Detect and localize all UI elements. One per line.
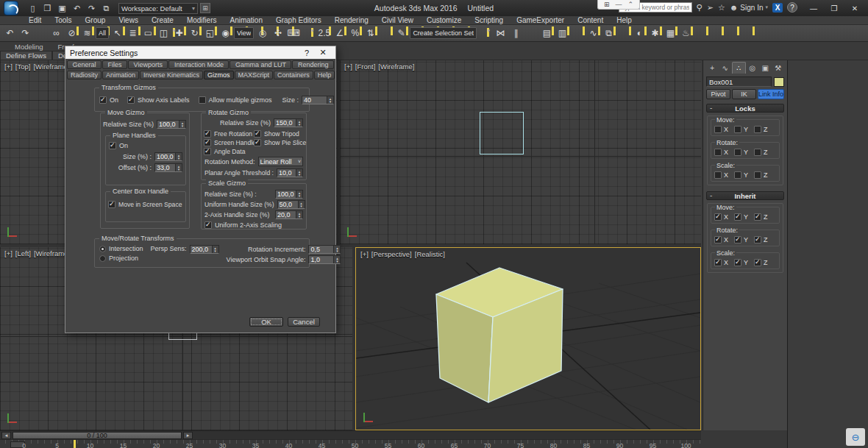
allow-multiple-gizmos-checkbox-row[interactable]: Allow multiple gizmos [199, 96, 272, 104]
axis-checkbox[interactable]: Z [754, 171, 768, 179]
spinner[interactable]: ▴▾ [327, 96, 333, 104]
toolbar-button[interactable]: ↻ [188, 26, 202, 40]
toolbar-button[interactable]: ◎ [255, 26, 269, 40]
checkbox[interactable] [204, 139, 211, 146]
dialog-tab[interactable]: Files [102, 60, 127, 69]
checkbox[interactable] [714, 213, 722, 221]
dialog-tab[interactable]: Radiosity [67, 71, 102, 79]
persp-sens-field[interactable]: 200,0▴▾ [190, 245, 219, 254]
checkbox[interactable] [754, 213, 761, 221]
define-flows-button[interactable]: Define Flows [0, 51, 52, 60]
checkbox[interactable] [714, 126, 722, 133]
toolbar-button[interactable]: ∥ [509, 26, 523, 40]
viewport-front[interactable]: [+] [Front] [Wireframe] [340, 60, 701, 244]
toolbar-button[interactable]: ◐ [633, 26, 647, 40]
radio-button[interactable] [99, 255, 106, 262]
checkbox[interactable] [714, 149, 722, 156]
axis-checkbox[interactable]: Y [734, 236, 748, 243]
toolbar-button[interactable]: ∞ [49, 26, 63, 40]
toolbar-button[interactable]: View ▾ [234, 27, 254, 39]
uniform-2-axis-scaling-checkbox-row[interactable]: Uniform 2-Axis Scaling [204, 221, 282, 229]
checkbox[interactable] [109, 142, 116, 149]
viewport-menu-plus[interactable]: [+] [344, 63, 352, 71]
dialog-tab[interactable]: Gamma and LUT [230, 60, 291, 69]
viewport-name[interactable]: [Perspective] [371, 250, 412, 258]
toolbar-button[interactable] [524, 26, 538, 40]
toolbar-button[interactable]: ◉ [218, 26, 232, 40]
quick-access-button[interactable]: ↶ [71, 2, 83, 14]
command-panel-tab[interactable]: + [706, 62, 719, 74]
checkbox[interactable] [127, 96, 135, 104]
rotate-option-checkbox-row[interactable]: Show Tripod [254, 130, 304, 138]
checkbox[interactable] [204, 221, 212, 229]
object-name-field[interactable]: Box001 [706, 77, 772, 87]
toolbar-button[interactable] [478, 26, 492, 40]
checkbox[interactable] [754, 236, 761, 243]
expand-icon[interactable]: ⌃ [628, 1, 634, 8]
infocenter-icon[interactable]: ➢ [707, 3, 714, 13]
checkbox[interactable] [204, 148, 211, 155]
collapse-icon[interactable]: - [710, 192, 712, 199]
viewport-name[interactable]: [Top] [15, 63, 31, 71]
move-in-screen-space-checkbox-row[interactable]: Move in Screen Space [108, 201, 182, 208]
minimize-icon[interactable]: — [616, 1, 622, 8]
dialog-help-button[interactable]: ? [299, 47, 315, 58]
menu-item[interactable]: Civil View [375, 16, 420, 25]
menu-item[interactable]: Help [610, 16, 638, 25]
autodesk-exchange-button[interactable]: X [772, 3, 783, 13]
checkbox[interactable] [734, 171, 741, 179]
spinner[interactable]: ▴▾ [175, 164, 182, 171]
axis-checkbox[interactable]: Y [734, 171, 748, 179]
application-menu-button[interactable] [0, 0, 22, 16]
viewport-menu-plus[interactable]: [+] [360, 250, 369, 258]
scale-value-field[interactable]: 100,0▴▾ [275, 190, 303, 199]
cancel-button[interactable]: Cancel [288, 317, 320, 327]
toolbar-button[interactable]: % [348, 26, 362, 40]
current-frame-caret[interactable] [74, 440, 76, 448]
infocenter-icon[interactable]: ☆ [718, 3, 725, 13]
rotate-option-checkbox-row[interactable]: Screen Handle [204, 139, 254, 146]
minimize-button[interactable]: — [803, 1, 824, 15]
toolbar-button[interactable] [34, 26, 48, 40]
quick-access-button[interactable]: ↷ [85, 2, 98, 14]
viewport-shading[interactable]: [Realistic] [415, 250, 445, 258]
menu-item[interactable]: Rendering [328, 16, 375, 25]
axis-checkbox[interactable]: Z [754, 213, 768, 221]
spinner[interactable]: ▴▾ [296, 191, 302, 198]
quick-access-button[interactable]: ⧉ [100, 2, 113, 14]
checkbox[interactable] [734, 259, 741, 266]
toolbar-button[interactable]: ✱ [648, 26, 662, 40]
menu-item[interactable]: GameExporter [510, 16, 571, 25]
spinner[interactable]: ▴▾ [298, 201, 305, 208]
toolbar-button[interactable]: ∠ [332, 26, 346, 40]
toolbar-button[interactable]: All ▾ [96, 27, 109, 39]
checkbox[interactable] [734, 126, 741, 133]
toolbar-button[interactable]: Create Selection Set ▾ [410, 27, 477, 39]
toolbar-button[interactable] [617, 26, 631, 40]
axis-checkbox[interactable]: X [714, 259, 728, 266]
toolbar-button[interactable] [379, 26, 393, 40]
next-frame-button[interactable]: ▸ [183, 432, 193, 439]
maximize-button[interactable]: ❐ [824, 1, 844, 15]
spinner[interactable]: ▴▾ [175, 153, 182, 160]
menu-item[interactable]: Content [571, 16, 610, 25]
axis-checkbox[interactable]: Z [754, 149, 768, 156]
axis-checkbox[interactable]: Y [734, 213, 748, 221]
checkbox[interactable] [99, 96, 107, 104]
menu-item[interactable]: Tools [48, 16, 78, 25]
intersection-radio-row[interactable]: Intersection [99, 245, 143, 252]
axis-checkbox[interactable]: Y [734, 259, 748, 266]
collapse-icon[interactable]: - [710, 104, 712, 112]
inherit-rollout-header[interactable]: - Inherit [706, 191, 784, 200]
rotate-option-checkbox-row[interactable]: Free Rotation [204, 130, 254, 138]
quick-access-button[interactable]: ▣ [56, 2, 68, 14]
quick-access-button[interactable]: ▯ [26, 2, 39, 14]
workspace-selector[interactable]: Workspace: Default ▾ [118, 3, 198, 14]
grid-icon[interactable]: ⊞ [604, 1, 610, 8]
dialog-tab[interactable]: Inverse Kinematics [140, 71, 203, 79]
viewport-menu-plus[interactable]: [+] [4, 63, 13, 71]
command-panel-tab[interactable]: ∿ [719, 62, 732, 74]
checkbox[interactable] [754, 126, 761, 133]
toolbar-button[interactable]: ⇅ [363, 26, 377, 40]
pivot-button[interactable]: Pivot [706, 89, 730, 99]
